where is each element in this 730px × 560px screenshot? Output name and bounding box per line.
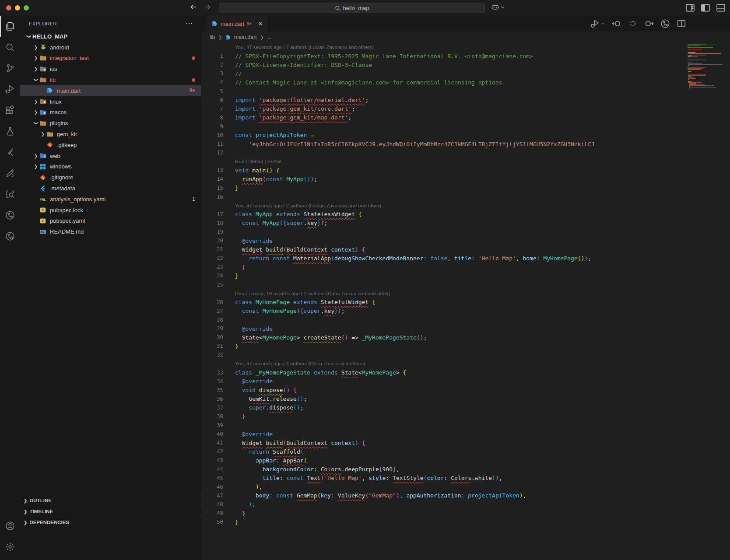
code-line[interactable]: 42 return Scaffold(: [201, 447, 730, 456]
tree-item-.gitkeep[interactable]: .gitkeep: [20, 140, 201, 150]
codelens[interactable]: Run | Debug | Profile: [201, 157, 730, 166]
code-line[interactable]: 4// Contact Magic Lane at <info@magiclan…: [201, 78, 730, 87]
tree-item-lib[interactable]: ❯lib: [20, 74, 201, 85]
code-line[interactable]: 34 @override: [201, 377, 730, 386]
code-line[interactable]: 9: [201, 122, 730, 131]
code-line[interactable]: 28: [201, 315, 730, 324]
nav-back-icon[interactable]: [189, 3, 197, 11]
codelens-debug[interactable]: Debug: [249, 159, 263, 164]
code-line[interactable]: 22 return const MaterialApp(debugShowChe…: [201, 254, 730, 262]
run-debug-dropdown-icon[interactable]: [590, 19, 605, 28]
code-line[interactable]: 27 const MyHomePage({super.key});: [201, 307, 730, 315]
code-line[interactable]: 13void main() {: [201, 166, 730, 175]
tree-item-plugins[interactable]: ❯plugins: [20, 118, 201, 129]
code-line[interactable]: 30 State<MyHomePage> createState() => _M…: [201, 333, 730, 342]
tree-item-README.md[interactable]: M↓README.md: [20, 226, 201, 237]
code-line[interactable]: 26class MyHomePage extends StatefulWidge…: [201, 298, 730, 307]
code-line[interactable]: 43 appBar: AppBar(: [201, 456, 730, 465]
tab-main-dart[interactable]: main.dart 9+ ✕: [207, 16, 267, 32]
code-line[interactable]: 6import 'package:flutter/material.dart';: [201, 96, 730, 105]
breadcrumb-lib[interactable]: lib: [210, 34, 215, 40]
code-editor[interactable]: You, 47 seconds ago | 7 authors (Lucian …: [201, 43, 730, 560]
nav-back-circle-icon[interactable]: [612, 19, 621, 28]
copilot-button[interactable]: [491, 3, 505, 11]
tree-item-linux[interactable]: ❯linux: [20, 96, 201, 107]
minimap[interactable]: [688, 43, 730, 560]
nav-forward-circle-icon[interactable]: [644, 19, 654, 28]
tree-item-analysis_options.yaml[interactable]: YMLanalysis_options.yaml1: [20, 194, 201, 205]
tree-item-web[interactable]: ❯web: [20, 150, 201, 161]
code-line[interactable]: 2// SPDX-License-Identifier: BSD-3-Claus…: [201, 60, 730, 69]
change-circle-icon[interactable]: [628, 19, 638, 28]
tree-item-.gitignore[interactable]: .gitignore: [20, 172, 201, 183]
tab-close-icon[interactable]: ✕: [258, 21, 263, 27]
activity-flutter-icon[interactable]: [0, 142, 20, 163]
git-graph-circle-icon[interactable]: [660, 19, 670, 28]
code-line[interactable]: 3//: [201, 69, 730, 78]
code-line[interactable]: 44 backgroundColor: Colors.deepPurple[90…: [201, 465, 730, 474]
window-minimize-button[interactable]: [15, 5, 20, 10]
command-center-search[interactable]: hello_map: [219, 3, 485, 13]
activity-settings-gear-icon[interactable]: [0, 536, 20, 557]
activity-git-graph-icon[interactable]: [0, 205, 20, 226]
codelens-run[interactable]: Run: [235, 159, 244, 164]
tree-item-macos[interactable]: ❯macos: [20, 107, 201, 118]
tree-item-windows[interactable]: ❯windows: [20, 161, 201, 172]
code-line[interactable]: 12: [201, 148, 730, 157]
tree-item-integration_test[interactable]: ❯integration_test: [20, 53, 201, 64]
code-line[interactable]: 23 }: [201, 262, 730, 271]
activity-extensions-icon[interactable]: [0, 100, 20, 121]
activity-gitlens-pen-icon[interactable]: [0, 163, 20, 184]
window-zoom-button[interactable]: [24, 5, 29, 10]
tree-item-main.dart[interactable]: main.dart9+: [20, 85, 201, 96]
code-line[interactable]: 48 );: [201, 500, 730, 509]
code-line[interactable]: 15}: [201, 184, 730, 192]
code-line[interactable]: 16: [201, 192, 730, 201]
tree-item-android[interactable]: ❯android: [20, 42, 201, 53]
code-line[interactable]: 33class _MyHomePageState extends State<M…: [201, 368, 730, 377]
code-line[interactable]: 49 }: [201, 509, 730, 518]
tree-item-.metadata[interactable]: .metadata: [20, 183, 201, 194]
code-line[interactable]: 24}: [201, 271, 730, 280]
activity-search-icon[interactable]: [0, 37, 20, 58]
layout-panel-icon[interactable]: [716, 3, 726, 13]
activity-explorer-icon[interactable]: [0, 16, 20, 37]
code-line[interactable]: 31}: [201, 342, 730, 350]
tree-item-gem_kit[interactable]: ❯gem_kit: [20, 129, 201, 140]
code-line[interactable]: 5: [201, 87, 730, 95]
section-dependencies[interactable]: ❯DEPENDENCIES: [20, 517, 201, 528]
layout-customize-icon[interactable]: [685, 3, 695, 13]
code-line[interactable]: 50}: [201, 518, 730, 526]
code-line[interactable]: 21 Widget build(BuildContext context) {: [201, 245, 730, 254]
tree-item-pubspec.yaml[interactable]: pubspec.yaml: [20, 216, 201, 227]
split-editor-icon[interactable]: [677, 19, 686, 28]
code-line[interactable]: 47 body: const GemMap(key: ValueKey("Gem…: [201, 491, 730, 500]
nav-forward-icon[interactable]: [204, 3, 212, 11]
activity-run-debug-icon[interactable]: [0, 79, 20, 100]
tree-item-ios[interactable]: ❯ios: [20, 63, 201, 74]
code-line[interactable]: 45 title: const Text('Hello Map', style:…: [201, 474, 730, 483]
code-line[interactable]: 29 @override: [201, 324, 730, 333]
code-line[interactable]: 37 super.dispose();: [201, 403, 730, 412]
code-line[interactable]: 32: [201, 350, 730, 359]
code-line[interactable]: 38 }: [201, 412, 730, 421]
code-line[interactable]: 19: [201, 228, 730, 236]
activity-code-search-icon[interactable]: [0, 184, 20, 205]
breadcrumb-symbol[interactable]: ...: [267, 34, 271, 40]
code-line[interactable]: 35 void dispose() {: [201, 386, 730, 395]
code-line[interactable]: 1// SPDX-FileCopyrightText: 1995-2025 Ma…: [201, 52, 730, 60]
code-line[interactable]: 14 runApp(const MyApp());: [201, 175, 730, 183]
code-line[interactable]: 40 @override: [201, 430, 730, 438]
section-timeline[interactable]: ❯TIMELINE: [20, 506, 201, 517]
activity-accounts-icon[interactable]: [0, 515, 20, 536]
activity-source-control-icon[interactable]: [0, 58, 20, 79]
code-line[interactable]: 36 GemKit.release();: [201, 395, 730, 403]
activity-git-graph-alt-icon[interactable]: [0, 226, 20, 247]
layout-sidebar-icon[interactable]: [701, 3, 710, 13]
activity-testing-icon[interactable]: [0, 121, 20, 142]
tree-root-HELLO_MAP[interactable]: ❯HELLO_MAP: [20, 31, 201, 42]
code-line[interactable]: 7import 'package:gem_kit/core.dart';: [201, 105, 730, 113]
tree-item-pubspec.lock[interactable]: pubspec.lock: [20, 205, 201, 216]
explorer-actions-button[interactable]: ⋯: [186, 19, 193, 28]
code-line[interactable]: 18 const MyApp({super.key});: [201, 219, 730, 228]
